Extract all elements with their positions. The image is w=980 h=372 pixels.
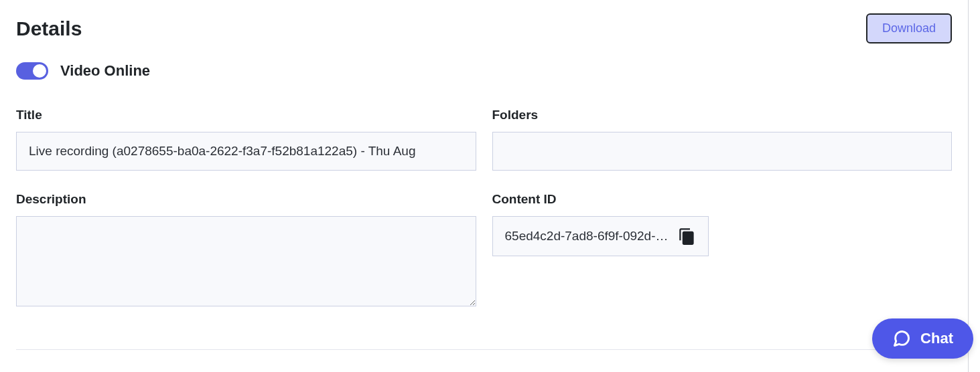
toggle-knob [33,64,46,78]
chat-label: Chat [920,330,953,347]
content-id-value: 65ed4c2d-7ad8-6f9f-092d-… [505,229,669,244]
content-id-box: 65ed4c2d-7ad8-6f9f-092d-… [492,216,709,256]
folders-label: Folders [492,108,953,122]
description-label: Description [16,192,476,207]
copy-icon[interactable] [678,227,696,246]
title-input[interactable] [16,132,476,171]
content-id-label: Content ID [492,192,953,207]
divider [16,349,952,350]
video-online-toggle[interactable] [16,62,48,80]
chat-button[interactable]: Chat [872,318,973,359]
description-input[interactable] [16,216,476,306]
video-online-label: Video Online [60,62,150,80]
page-title: Details [16,17,82,40]
download-button[interactable]: Download [866,13,952,43]
title-label: Title [16,108,476,122]
folders-input[interactable] [492,132,953,171]
chat-bubble-icon [892,329,911,348]
